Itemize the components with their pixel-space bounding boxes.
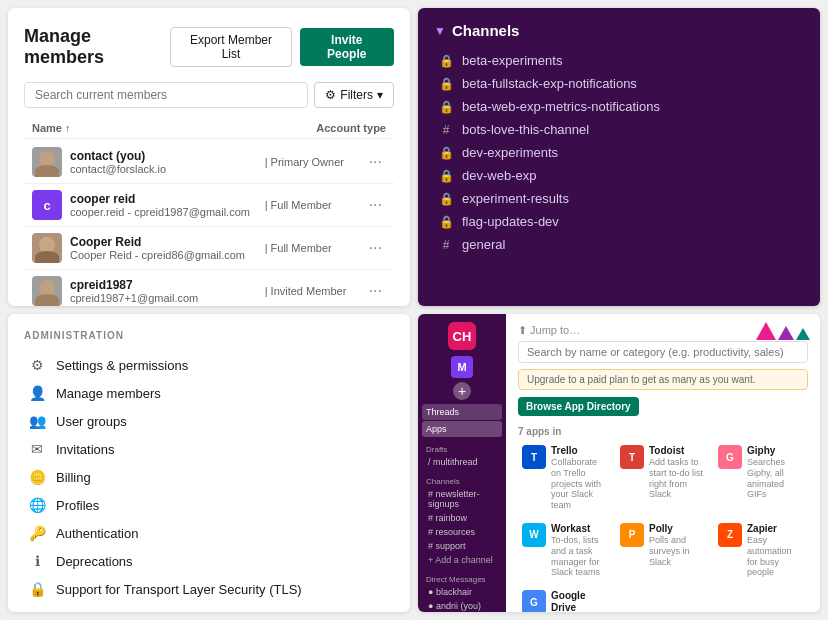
invite-people-button[interactable]: Invite People [300, 28, 394, 66]
app-directory-panel: CH M + Threads Apps Drafts / multithread… [418, 314, 820, 612]
member-menu-icon[interactable]: ··· [365, 196, 386, 214]
mm-header-buttons: Export Member List Invite People [170, 27, 394, 67]
app-desc: To-dos, lists and a task manager for Sla… [551, 535, 608, 578]
slack-workspace-icon[interactable]: CH [448, 322, 476, 350]
member-email: contact@forslack.io [70, 163, 265, 175]
sidebar-subitem-resources[interactable]: # resources [422, 525, 502, 539]
export-member-list-button[interactable]: Export Member List [170, 27, 291, 67]
col-account-type-header: Account type [316, 122, 386, 134]
member-info: cpreid1987 cpreid1987+1@gmail.com [70, 278, 265, 304]
sidebar-item-invitations[interactable]: ✉ Invitations [24, 435, 394, 463]
member-name: cooper reid [70, 192, 265, 206]
sidebar-item-deprecations[interactable]: ℹ Deprecations [24, 547, 394, 575]
channel-item[interactable]: 🔒 beta-experiments [434, 49, 804, 72]
sidebar-item-profiles[interactable]: 🌐 Profiles [24, 491, 394, 519]
channel-name: beta-fullstack-exp-notifications [462, 76, 637, 91]
manage-members-title: Manage members [24, 26, 170, 68]
member-info: cooper reid cooper.reid - cpreid1987@gma… [70, 192, 265, 218]
list-item: G Google Drive Get notifications about G… [518, 586, 612, 612]
user-avatar: M [451, 356, 473, 378]
app-info: Google Drive Get notifications about Goo… [551, 590, 608, 612]
sidebar-subitem-multithread[interactable]: / multithread [422, 455, 502, 469]
mm-header: Manage members Export Member List Invite… [24, 26, 394, 68]
app-search-input[interactable] [518, 341, 808, 363]
channel-item[interactable]: 🔒 dev-experiments [434, 141, 804, 164]
member-menu-icon[interactable]: ··· [365, 153, 386, 171]
lock-icon: 🔒 [438, 169, 454, 183]
filters-button[interactable]: ⚙ Filters ▾ [314, 82, 394, 108]
browse-app-directory-button[interactable]: Browse App Directory [518, 397, 639, 416]
app-info: Zapier Easy automation for busy people [747, 523, 804, 578]
dm-blackhair[interactable]: ● blackhair [422, 585, 502, 599]
app-desc: Easy automation for busy people [747, 535, 804, 578]
dm-section-label: Direct Messages [422, 571, 502, 585]
channel-item[interactable]: 🔒 dev-web-exp [434, 164, 804, 187]
lock-icon: 🔒 [438, 77, 454, 91]
sidebar-subitem-support[interactable]: # support [422, 539, 502, 553]
channels-panel: ▼ Channels 🔒 beta-experiments 🔒 beta-ful… [418, 8, 820, 306]
dm-andrii[interactable]: ● andrii (you) [422, 599, 502, 612]
sidebar-subitem-newsletter[interactable]: # newsletter-signups [422, 487, 502, 511]
app-icon-todoist: T [620, 445, 644, 469]
billing-icon: 🪙 [28, 468, 46, 486]
info-icon: ℹ [28, 552, 46, 570]
mm-search-bar: ⚙ Filters ▾ [24, 82, 394, 108]
app-icon-workast: W [522, 523, 546, 547]
lock-icon: 🔒 [438, 54, 454, 68]
tls-label: Support for Transport Layer Security (TL… [56, 582, 302, 597]
app-name: Polly [649, 523, 706, 535]
manage-members-panel: Manage members Export Member List Invite… [8, 8, 410, 306]
admin-panel: ADMINISTRATION ⚙ Settings & permissions … [8, 314, 410, 612]
add-workspace-icon[interactable]: + [453, 382, 471, 400]
invitations-label: Invitations [56, 442, 115, 457]
app-desc: Add tasks to start to-do list right from… [649, 457, 706, 500]
channel-name: experiment-results [462, 191, 569, 206]
channel-item[interactable]: # general [434, 233, 804, 256]
table-row: cpreid1987 cpreid1987+1@gmail.com | Invi… [24, 270, 394, 306]
app-name: Trello [551, 445, 608, 457]
channel-item[interactable]: 🔒 beta-fullstack-exp-notifications [434, 72, 804, 95]
app-icon-polly: P [620, 523, 644, 547]
hash-icon: # [438, 238, 454, 252]
channel-name: general [462, 237, 505, 252]
member-menu-icon[interactable]: ··· [365, 282, 386, 300]
app-icon-zapier: Z [718, 523, 742, 547]
triangle-pink-icon [756, 322, 776, 340]
add-channel-item[interactable]: + Add a channel [422, 553, 502, 567]
avatar [32, 276, 62, 306]
channel-item[interactable]: 🔒 beta-web-exp-metrics-notifications [434, 95, 804, 118]
sidebar-item-settings-permissions[interactable]: ⚙ Settings & permissions [24, 351, 394, 379]
drafts-section-label: Drafts [422, 441, 502, 455]
lock-icon: 🔒 [438, 146, 454, 160]
email-icon: ✉ [28, 440, 46, 458]
sidebar-item-user-groups[interactable]: 👥 User groups [24, 407, 394, 435]
apps-grid: T Trello Collaborate on Trello projects … [518, 441, 808, 612]
app-desc: Searches Giphy, all animated GIFs [747, 457, 804, 500]
channel-item[interactable]: 🔒 experiment-results [434, 187, 804, 210]
lock-icon: 🔒 [438, 100, 454, 114]
authentication-label: Authentication [56, 526, 138, 541]
sidebar-item-manage-members[interactable]: 👤 Manage members [24, 379, 394, 407]
admin-section-label: ADMINISTRATION [24, 330, 394, 341]
sidebar-item-tls[interactable]: 🔒 Support for Transport Layer Security (… [24, 575, 394, 603]
globe-icon: 🌐 [28, 496, 46, 514]
channel-item[interactable]: 🔒 flag-updates-dev [434, 210, 804, 233]
apps-count-label: 7 apps in [518, 426, 808, 437]
app-name: Google Drive [551, 590, 608, 612]
search-members-input[interactable] [24, 82, 308, 108]
triangle-purple-icon [778, 326, 794, 340]
app-info: Giphy Searches Giphy, all animated GIFs [747, 445, 804, 500]
account-type: | Full Member [265, 242, 365, 254]
filters-chevron-icon: ▾ [377, 88, 383, 102]
sidebar-item-billing[interactable]: 🪙 Billing [24, 463, 394, 491]
triangle-teal-icon [796, 328, 810, 340]
deprecations-label: Deprecations [56, 554, 133, 569]
sidebar-item-authentication[interactable]: 🔑 Authentication [24, 519, 394, 547]
channel-item[interactable]: # bots-love-this-channel [434, 118, 804, 141]
key-icon: 🔑 [28, 524, 46, 542]
sidebar-subitem-rainbow[interactable]: # rainbow [422, 511, 502, 525]
sidebar-item-threads[interactable]: Threads [422, 404, 502, 420]
app-icon-trello: T [522, 445, 546, 469]
member-menu-icon[interactable]: ··· [365, 239, 386, 257]
sidebar-item-apps[interactable]: Apps [422, 421, 502, 437]
